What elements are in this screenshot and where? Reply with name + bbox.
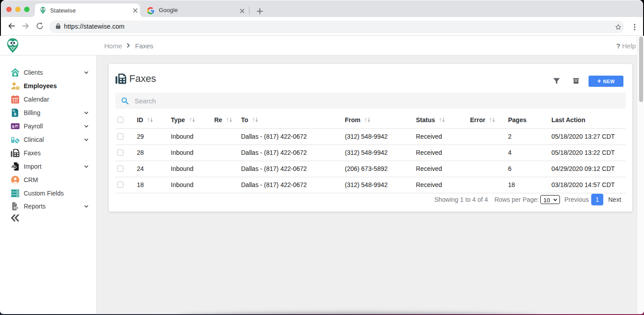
svg-text:$: $ — [12, 124, 15, 129]
svg-text:$: $ — [14, 111, 17, 116]
